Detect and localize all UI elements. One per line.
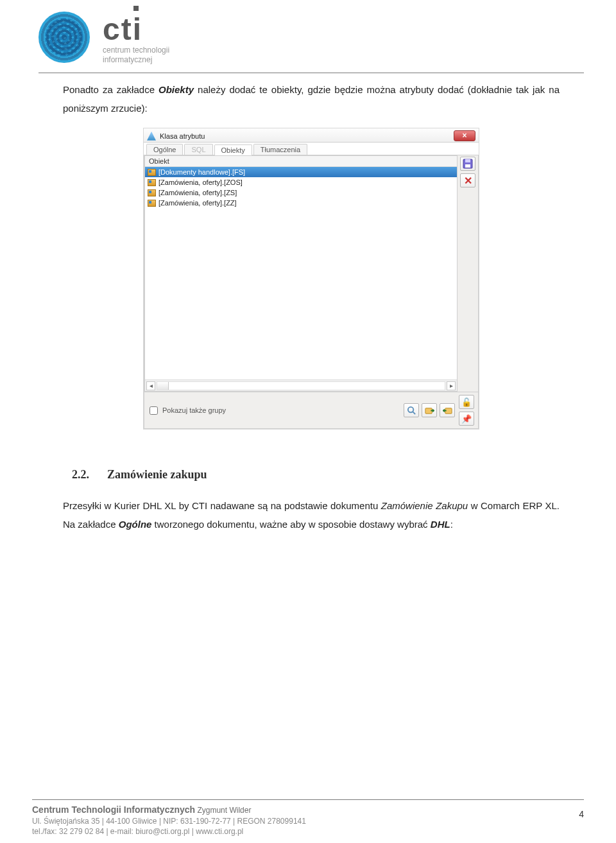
object-icon: [148, 200, 156, 207]
list-column-header[interactable]: Obiekt: [145, 156, 457, 167]
page-footer: Centrum Technologii Informatycznych Zygm…: [32, 799, 584, 837]
footer-line2: Ul. Świętojańska 35 | 44-100 Gliwice | N…: [32, 816, 306, 826]
tab-sql[interactable]: SQL: [184, 144, 212, 155]
section-title: Zamówienie zakupu: [107, 468, 207, 481]
search-button[interactable]: [404, 403, 419, 417]
p2-4: :: [450, 519, 453, 530]
page-number: 4: [579, 809, 584, 819]
object-icon: [148, 179, 156, 186]
dialog-title: Klasa atrybutu: [160, 132, 205, 140]
floppy-icon: [463, 159, 473, 169]
export-button[interactable]: [422, 403, 437, 417]
footer-line3: tel./fax: 32 279 02 84 | e-mail: biuro@c…: [32, 826, 306, 837]
tab-obiekty[interactable]: Obiekty: [214, 144, 252, 155]
footer-button-group: [404, 403, 455, 417]
dialog-screenshot: Klasa atrybutu × Ogólne SQL Obiekty Tłum…: [143, 128, 479, 430]
list-item[interactable]: [Zamówienia, oferty].[ZOS]: [145, 177, 457, 187]
dialog-titlebar: Klasa atrybutu ×: [144, 128, 479, 142]
object-icon: [148, 169, 156, 176]
p2-og: Ogólne: [119, 519, 152, 530]
logo-sub-line1: centrum technologii: [103, 46, 169, 55]
scroll-left-arrow-icon[interactable]: ◂: [146, 381, 155, 390]
lock-button[interactable]: 🔓: [459, 395, 474, 409]
svg-point-3: [407, 407, 413, 412]
side-footer-buttons: 🔓 📌: [458, 395, 475, 426]
footer-owner: Zygmunt Wilder: [195, 806, 251, 815]
section-heading: 2.2.Zamówienie zakupu: [72, 468, 584, 482]
p2-1: Przesyłki w Kurier DHL XL by CTI nadawan…: [63, 500, 381, 511]
section-number: 2.2.: [72, 468, 89, 481]
scroll-track[interactable]: [157, 381, 445, 390]
svg-line-4: [413, 412, 415, 414]
list-item-label: [Zamówienia, oferty].[ZZ]: [158, 199, 237, 207]
svg-rect-1: [465, 159, 470, 162]
scroll-right-arrow-icon[interactable]: ▸: [447, 381, 456, 390]
list-item-label: [Dokumenty handlowe].[FS]: [158, 168, 245, 176]
list-item[interactable]: [Zamówienia, oferty].[ZZ]: [145, 198, 457, 208]
pin-button[interactable]: 📌: [459, 412, 474, 426]
folder-import-icon: [443, 406, 452, 415]
logo-subtitle: centrum technologii informatycznej: [103, 46, 169, 65]
logo-letters: cti: [103, 15, 169, 43]
logo-sub-line2: informatycznej: [103, 55, 152, 64]
side-buttons: ✕: [460, 155, 478, 392]
tab-tlumaczenia[interactable]: Tłumaczenia: [253, 144, 307, 155]
show-groups-checkbox[interactable]: Pokazuj także grupy: [147, 404, 226, 417]
lock-icon: 🔓: [461, 397, 472, 407]
p2-dhl: DHL: [431, 519, 450, 530]
footer-company: Centrum Technologii Informatycznych: [32, 804, 195, 815]
dialog-tabs: Ogólne SQL Obiekty Tłumaczenia: [144, 142, 479, 155]
scroll-thumb[interactable]: [157, 382, 169, 390]
import-button[interactable]: [440, 403, 455, 417]
magnifier-icon: [407, 406, 416, 415]
list-body[interactable]: [Dokumenty handlowe].[FS] [Zamówienia, o…: [145, 167, 457, 379]
intro-paragraph: Ponadto za zakładce Obiekty należy dodać…: [63, 81, 560, 117]
logo-sphere-icon: [38, 12, 90, 63]
horizontal-scrollbar[interactable]: ◂ ▸: [145, 379, 457, 391]
intro-pre: Ponadto za zakładce: [63, 84, 158, 95]
page-header: cti centrum technologii informatycznej: [38, 12, 584, 70]
list-item-label: [Zamówienia, oferty].[ZOS]: [158, 178, 243, 186]
svg-rect-2: [465, 164, 470, 168]
tab-ogolne[interactable]: Ogólne: [146, 144, 183, 155]
show-groups-label: Pokazuj także grupy: [162, 406, 226, 414]
dialog-close-button[interactable]: ×: [454, 130, 475, 141]
object-list-pane: Obiekt [Dokumenty handlowe].[FS] [Zamówi…: [144, 155, 458, 392]
footer-divider: [32, 799, 584, 800]
p2-3: tworzonego dokumentu, ważne aby w sposob…: [151, 519, 430, 530]
pin-icon: 📌: [461, 414, 472, 424]
p2-zz: Zamówienie Zakupu: [381, 500, 468, 511]
body-paragraph-2: Przesyłki w Kurier DHL XL by CTI nadawan…: [63, 497, 560, 534]
list-item[interactable]: [Dokumenty handlowe].[FS]: [145, 167, 457, 177]
header-divider: [38, 73, 584, 73]
show-groups-input[interactable]: [150, 406, 158, 415]
intro-obiekty: Obiekty: [158, 84, 194, 95]
save-button[interactable]: [460, 157, 475, 171]
footer-text: Centrum Technologii Informatycznych Zygm…: [32, 804, 306, 837]
object-icon: [148, 189, 156, 196]
folder-export-icon: [425, 406, 434, 415]
delete-button[interactable]: ✕: [460, 173, 475, 187]
dialog-footer: Pokazuj także grupy 🔓 📌: [144, 392, 479, 429]
dialog-app-icon: [147, 132, 156, 141]
logo-text: cti centrum technologii informatycznej: [103, 15, 169, 65]
list-item-label: [Zamówienia, oferty].[ZS]: [158, 189, 237, 196]
dialog-content: Obiekt [Dokumenty handlowe].[FS] [Zamówi…: [144, 155, 479, 392]
list-item[interactable]: [Zamówienia, oferty].[ZS]: [145, 187, 457, 198]
delete-x-icon: ✕: [464, 175, 472, 187]
